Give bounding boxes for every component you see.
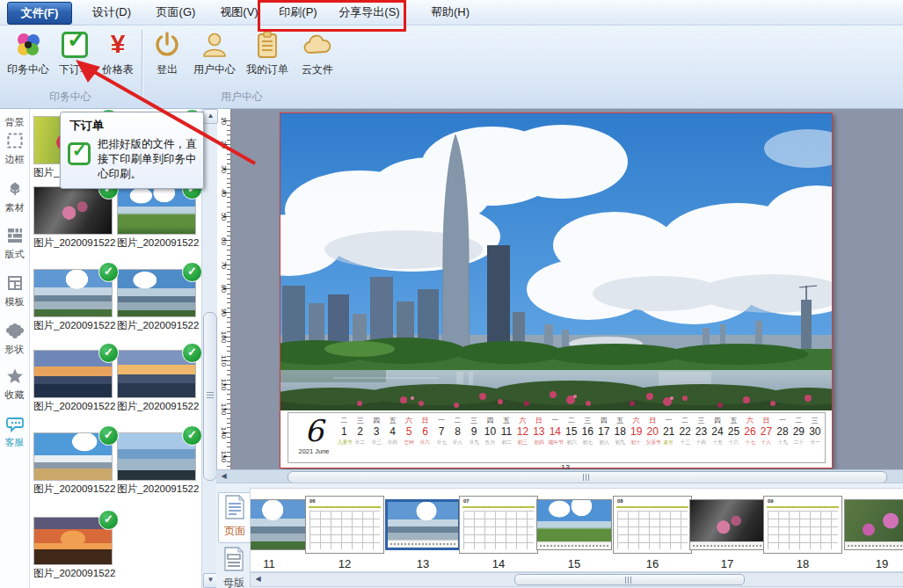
library-item[interactable]: ✓图片_2020091522	[33, 350, 113, 413]
library-thumbnail[interactable]: ✓	[33, 350, 113, 398]
cloud-files-button[interactable]: 云文件	[294, 30, 341, 77]
pages-panel: 页面 母版 11061213071415081617091819 ◀	[216, 483, 903, 588]
ruler-number: 80	[220, 282, 228, 296]
library-thumbnail[interactable]: ✓	[117, 186, 196, 235]
logout-button[interactable]: 登出	[146, 30, 188, 77]
page-thumbnail-18[interactable]: 09	[763, 496, 842, 554]
sidebar-item-模板[interactable]: 模板	[0, 274, 29, 309]
canvas-horizontal-scrollbar[interactable]: ◀	[216, 469, 903, 483]
library-item[interactable]: ✓图片_2020091522	[33, 517, 113, 580]
weekday-label: 三	[466, 416, 482, 425]
calendar-day-1: 二1儿童节	[336, 416, 352, 460]
menu-tab-6[interactable]: 分享导出(S)	[332, 2, 406, 23]
mini-month-header: 07	[463, 498, 470, 504]
library-item[interactable]: ✓图片_2020091522	[33, 432, 113, 496]
library-item[interactable]: ✓图片_2020091522	[33, 269, 113, 332]
pages-scrollbar-thumb[interactable]	[514, 574, 745, 585]
canvas-scrollbar-thumb[interactable]	[288, 471, 887, 483]
day-number: 12	[514, 425, 530, 439]
selected-check-badge: ✓	[98, 262, 119, 282]
calendar-day-20: 日20父亲节	[644, 416, 660, 460]
page-number-label: 13	[397, 557, 449, 570]
library-thumbnail[interactable]: ✓	[33, 517, 113, 565]
weekday-label: 一	[660, 416, 676, 425]
scroll-left-button[interactable]: ◀	[218, 471, 229, 482]
print-center-button[interactable]: 印务中心	[2, 30, 55, 77]
shape-icon	[6, 327, 24, 342]
page-thumbnail-16[interactable]: 08	[613, 496, 692, 554]
menu-tab-5[interactable]: 印刷(P)	[271, 2, 325, 23]
scroll-up-button[interactable]: ▲	[203, 109, 218, 124]
sidebar-item-素材[interactable]: 素材	[0, 180, 29, 214]
my-orders-icon	[252, 30, 282, 60]
pages-horizontal-scrollbar[interactable]: ◀	[250, 572, 903, 587]
sidebar-item-形状[interactable]: 形状	[0, 322, 29, 356]
menu-tab-3[interactable]: 页面(G)	[148, 2, 204, 23]
page-thumbnail-14[interactable]: 07	[459, 496, 538, 554]
mini-month-header: 06	[309, 498, 316, 504]
library-scrollbar-thumb[interactable]	[203, 312, 217, 481]
place-order-button[interactable]: 下订单	[55, 30, 95, 77]
page-number-label: 18	[776, 557, 829, 570]
page-thumbnail-15[interactable]	[536, 499, 612, 550]
day-number: 20	[644, 425, 660, 439]
library-item[interactable]: ✓图片_2020091522	[117, 350, 196, 413]
day-number: 19	[628, 425, 644, 439]
page-thumbnail-11[interactable]	[250, 499, 307, 550]
calendar-day-22: 二22十三	[677, 416, 693, 460]
calendar-day-10: 四10五月	[482, 416, 498, 460]
weekday-label: 一	[775, 416, 790, 425]
calendar-page[interactable]: 6 2021 June 二1儿童节三2廿二四3廿三五4廿四六5芒种日6廿六一7廿…	[280, 113, 833, 468]
user-center-button[interactable]: 用户中心	[188, 30, 241, 77]
price-list-button[interactable]: ¥价格表	[97, 30, 139, 77]
group-label-2: 用户中心	[142, 90, 341, 105]
library-item[interactable]: ✓图片_2020091522	[117, 269, 196, 332]
page-thumbnail-13[interactable]	[385, 499, 461, 550]
library-thumbnail[interactable]: ✓	[117, 269, 196, 317]
weekday-label: 六	[514, 416, 530, 425]
scroll-left-button[interactable]: ◀	[252, 574, 264, 584]
app-window: 文件(F)设计(D)页面(G)视图(V)印刷(P)分享导出(S)帮助(H) ♡ …	[0, 0, 903, 588]
lunar-label: 十四	[695, 439, 708, 445]
mini-calendar-strip	[388, 540, 458, 548]
library-thumbnail[interactable]: ✓	[117, 350, 196, 398]
weekday-label: 二	[790, 416, 806, 425]
library-thumbnail[interactable]: ✓	[117, 432, 196, 481]
menu-tab-4[interactable]: 视图(V)	[213, 2, 266, 23]
calendar-strip[interactable]: 6 2021 June 二1儿童节三2廿二四3廿三五4廿四六5芒种日6廿六一7廿…	[288, 412, 826, 463]
tab-master[interactable]: 母版	[218, 545, 250, 588]
tab-pages[interactable]: 页面	[218, 492, 251, 543]
library-caption: 图片_2020091522	[117, 400, 196, 413]
library-thumbnail[interactable]: ✓	[33, 186, 113, 235]
menu-tab-7[interactable]: 帮助(H)	[424, 2, 477, 23]
sidebar-item-收藏[interactable]: 收藏	[0, 367, 29, 402]
sidebar-item-客服[interactable]: 客服	[0, 415, 29, 449]
my-orders-button[interactable]: 我的订单	[241, 30, 294, 77]
weekday-label: 二	[564, 416, 579, 425]
page-thumbnail-19[interactable]	[844, 499, 903, 550]
menu-bar: 文件(F)设计(D)页面(G)视图(V)印刷(P)分享导出(S)帮助(H) ♡ …	[0, 0, 903, 25]
sidebar-item-边框[interactable]: 边框	[0, 132, 29, 166]
ruler-number: 140	[220, 425, 228, 439]
weekday-label: 四	[482, 416, 498, 425]
menu-tab-2[interactable]: 设计(D)	[84, 2, 140, 23]
sidebar-item-版式[interactable]: 版式	[0, 227, 29, 261]
logout-label: 登出	[146, 62, 188, 77]
library-item[interactable]: ✓图片_2020091522	[117, 186, 196, 250]
menu-tab-1[interactable]: 文件(F)	[7, 2, 72, 25]
weekday-label: 五	[384, 416, 400, 425]
library-thumbnail[interactable]: ✓	[33, 432, 113, 481]
lunar-label: 初六	[564, 439, 578, 445]
selected-check-badge: ✓	[98, 343, 119, 363]
library-item[interactable]: ✓图片_2020091522	[117, 432, 196, 496]
page-thumbnail-17[interactable]	[689, 499, 765, 550]
sidebar-item-背景[interactable]: 背景	[0, 108, 29, 129]
tooltip-body: 把排好版的文件，直接下印刷单到印务中心印刷。	[98, 137, 200, 182]
library-item[interactable]: ✓图片_2020091522	[33, 186, 113, 250]
weekday-label: 二	[336, 416, 352, 425]
calendar-day-18: 五18初九	[612, 416, 628, 460]
page-thumbnail-12[interactable]: 06	[305, 496, 384, 554]
page-photo[interactable]	[280, 113, 832, 410]
sidebar-item-label: 版式	[0, 248, 29, 261]
library-thumbnail[interactable]: ✓	[33, 269, 113, 317]
